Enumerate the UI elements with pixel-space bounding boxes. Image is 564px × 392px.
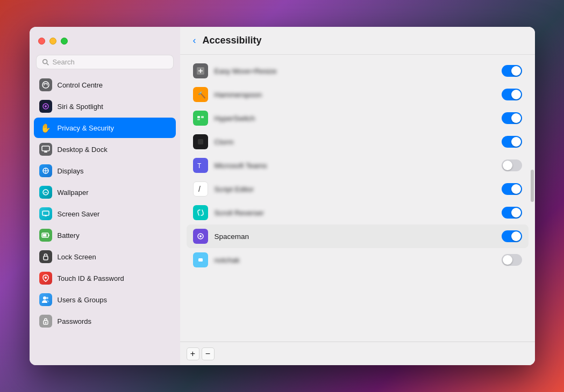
- svg-rect-28: [196, 113, 205, 123]
- app-icon-hammerspoon: 🔨: [193, 87, 208, 102]
- toggle-script-editor[interactable]: [502, 183, 522, 195]
- app-name-scroll-reverser: Scroll Reverser: [215, 209, 495, 217]
- svg-point-3: [44, 84, 45, 85]
- app-icon-scroll-reverser: [193, 205, 208, 220]
- app-name-spaceman: Spaceman: [215, 233, 495, 241]
- wallpaper-icon: [39, 186, 52, 199]
- sidebar-label-users-groups: Users & Groups: [58, 296, 107, 304]
- content-area: Easy Move+Resize🔨HammerspoonHyperSwitchC…: [180, 55, 535, 342]
- svg-rect-8: [42, 146, 49, 151]
- app-row[interactable]: TMicrosoft Teams: [187, 154, 529, 177]
- app-icon-microsoft-teams: T: [193, 158, 208, 173]
- sidebar-label-passwords: Passwords: [58, 317, 92, 325]
- app-icon-easy-move-resize: [193, 63, 208, 78]
- toggle-microsoft-teams[interactable]: [502, 159, 522, 171]
- svg-rect-18: [42, 234, 46, 237]
- svg-rect-14: [42, 211, 49, 215]
- svg-point-0: [42, 59, 47, 63]
- sidebar-item-wallpaper[interactable]: Wallpaper: [34, 182, 176, 202]
- app-name-script-editor: Script Editor: [215, 185, 495, 193]
- siri-spotlight-icon: [39, 100, 52, 113]
- sidebar-item-privacy-security[interactable]: ✋Privacy & Security: [34, 118, 176, 138]
- svg-point-21: [43, 296, 46, 300]
- main-title: Accessibility: [203, 35, 262, 46]
- svg-rect-42: [198, 258, 203, 262]
- svg-point-40: [199, 235, 202, 237]
- svg-point-20: [45, 277, 47, 279]
- app-row[interactable]: HyperSwitch: [187, 106, 529, 130]
- svg-text:/: /: [198, 185, 201, 193]
- sidebar-label-privacy-security: Privacy & Security: [58, 124, 114, 132]
- app-name-notchak: notchak: [215, 256, 495, 264]
- sidebar-label-desktop-dock: Desktop & Dock: [58, 146, 108, 154]
- toggle-hyperswitch[interactable]: [502, 112, 522, 124]
- desktop-dock-icon: [39, 143, 52, 156]
- toggle-easy-move-resize[interactable]: [502, 65, 522, 77]
- svg-text:T: T: [197, 162, 202, 170]
- svg-point-7: [45, 105, 47, 107]
- main-header: ‹ Accessibility: [180, 27, 535, 55]
- app-icon-script-editor: /: [193, 182, 208, 197]
- svg-line-1: [47, 63, 48, 65]
- sidebar-item-control-centre[interactable]: Control Centre: [34, 75, 176, 95]
- back-button[interactable]: ‹: [191, 33, 198, 48]
- app-name-hyperswitch: HyperSwitch: [215, 114, 495, 122]
- search-bar[interactable]: Search: [36, 55, 174, 69]
- sidebar-label-screen-saver: Screen Saver: [58, 210, 100, 218]
- sidebar-item-passwords[interactable]: Passwords: [34, 311, 176, 331]
- add-app-button[interactable]: +: [187, 347, 199, 360]
- toggle-hammerspoon[interactable]: [502, 89, 522, 100]
- users-groups-icon: [39, 293, 52, 306]
- close-button[interactable]: [38, 38, 45, 45]
- sidebar-item-siri-spotlight[interactable]: Siri & Spotlight: [34, 96, 176, 117]
- sidebar-item-touch-id[interactable]: Touch ID & Password: [34, 268, 176, 288]
- app-row[interactable]: Clorm: [187, 130, 529, 154]
- sidebar-label-wallpaper: Wallpaper: [58, 188, 89, 197]
- svg-point-22: [46, 297, 48, 299]
- control-centre-icon: [39, 78, 52, 91]
- sidebar-label-displays: Displays: [58, 167, 84, 175]
- title-bar: [30, 27, 180, 55]
- svg-rect-5: [44, 83, 48, 84]
- app-row[interactable]: Easy Move+Resize: [187, 59, 529, 83]
- sidebar-label-battery: Battery: [58, 231, 80, 239]
- app-list: Easy Move+Resize🔨HammerspoonHyperSwitchC…: [180, 55, 535, 342]
- app-row[interactable]: Spaceman: [187, 224, 529, 248]
- toggle-scroll-reverser[interactable]: [502, 207, 522, 219]
- toggle-clorm[interactable]: [502, 136, 522, 148]
- battery-icon: [39, 229, 52, 242]
- app-name-clorm: Clorm: [215, 138, 495, 146]
- minimize-button[interactable]: [49, 38, 56, 45]
- app-name-microsoft-teams: Microsoft Teams: [215, 162, 495, 170]
- toggle-notchak[interactable]: [502, 254, 522, 266]
- screen-saver-icon: [39, 207, 52, 220]
- sidebar: Search Control CentreSiri & Spotlight✋Pr…: [30, 27, 180, 365]
- app-name-easy-move-resize: Easy Move+Resize: [215, 67, 495, 75]
- main-content: ‹ Accessibility Easy Move+Resize🔨Hammers…: [180, 27, 535, 365]
- sidebar-item-lock-screen[interactable]: Lock Screen: [34, 246, 176, 267]
- remove-app-button[interactable]: −: [202, 347, 215, 360]
- app-icon-notchak: [193, 252, 208, 267]
- sidebar-item-desktop-dock[interactable]: Desktop & Dock: [34, 139, 176, 159]
- sidebar-item-screen-saver[interactable]: Screen Saver: [34, 204, 176, 224]
- svg-rect-31: [197, 119, 200, 120]
- toggle-spaceman[interactable]: [502, 230, 522, 242]
- app-row[interactable]: /Script Editor: [187, 177, 529, 201]
- svg-point-4: [47, 84, 48, 85]
- sidebar-list: Control CentreSiri & Spotlight✋Privacy &…: [30, 75, 180, 365]
- scrollbar[interactable]: [531, 170, 534, 202]
- sidebar-item-battery[interactable]: Battery: [34, 225, 176, 245]
- sidebar-item-users-groups[interactable]: Users & Groups: [34, 289, 176, 310]
- displays-icon: [39, 164, 52, 177]
- svg-rect-29: [197, 116, 200, 118]
- svg-rect-33: [198, 139, 203, 144]
- app-row[interactable]: notchak: [187, 248, 529, 272]
- app-row[interactable]: Scroll Reverser: [187, 201, 529, 224]
- app-row[interactable]: 🔨Hammerspoon: [187, 83, 529, 106]
- sidebar-label-control-centre: Control Centre: [58, 81, 103, 89]
- maximize-button[interactable]: [61, 38, 68, 45]
- sidebar-item-displays[interactable]: Displays: [34, 161, 176, 181]
- app-icon-spaceman: [193, 229, 208, 244]
- main-window: Search Control CentreSiri & Spotlight✋Pr…: [30, 27, 535, 365]
- sidebar-label-siri-spotlight: Siri & Spotlight: [58, 103, 103, 111]
